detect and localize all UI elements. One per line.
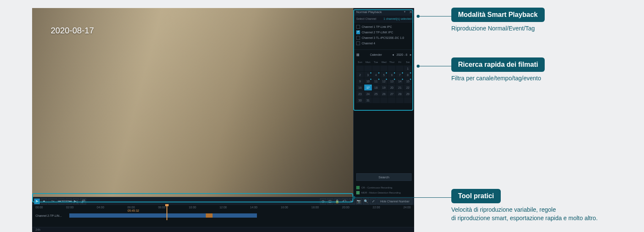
callout-title: Modalità Smart Playback [451, 8, 545, 22]
legend-text: MDR - Motion Detection Recording [361, 191, 401, 194]
calendar-day[interactable]: 10 [364, 78, 372, 84]
calendar-day[interactable]: 31 [364, 97, 372, 103]
calendar-day [396, 97, 404, 103]
time-tick: 20:00 [342, 206, 349, 210]
main-area: 2020-08-17 Normal Playback ▾ ✕ Select Ch… [32, 8, 414, 197]
timeline[interactable]: 00:0002:0004:0006:0008:0010:0012:0014:00… [32, 205, 414, 227]
calendar-title: Calender [370, 53, 382, 56]
checkbox[interactable] [356, 41, 360, 45]
calendar-day[interactable]: 19 [380, 85, 388, 90]
calendar-day[interactable]: 27 [388, 91, 396, 97]
channel-item[interactable]: Channel 3 TL-IPC5220E-DC 1.0 [356, 35, 412, 41]
checkbox[interactable] [356, 36, 360, 40]
close-icon[interactable]: ✕ [409, 10, 412, 14]
calendar-day[interactable]: 23 [356, 91, 364, 97]
channel-item[interactable]: Channel 1 TP-Link IPC [356, 24, 412, 30]
calendar-weekday: Wed [380, 59, 388, 65]
callout-desc: Riproduzione Normal/Event/Tag [451, 25, 612, 33]
calendar-day[interactable]: 17 [364, 85, 372, 90]
time-tick: 08:00 [158, 206, 166, 210]
legend-text: CR - Continuous Recording [361, 186, 392, 189]
playhead[interactable] [166, 206, 167, 220]
channel-label: Channel 4 [362, 42, 375, 45]
channels-selected-count: 1 channel(s) selected [383, 17, 412, 20]
calendar-day[interactable]: 9 [356, 78, 364, 84]
calendar-day[interactable]: 12 [380, 78, 388, 84]
calendar-day[interactable]: 16 [356, 85, 364, 90]
channel-item[interactable]: Channel 4 [356, 41, 412, 46]
calendar-day[interactable]: 26 [380, 91, 388, 97]
checkbox[interactable] [356, 30, 360, 34]
calendar-day[interactable]: 30 [356, 97, 364, 103]
select-channel-header[interactable]: Select Channel 1 channel(s) selected [354, 16, 414, 22]
play-button[interactable]: ▶ [34, 198, 40, 205]
next-month-button[interactable]: ▸ [410, 53, 412, 57]
playback-mode-dropdown[interactable]: Normal Playback ▾ ✕ [354, 8, 414, 16]
rewind-30-button[interactable]: ⏮30 [58, 198, 65, 205]
timeline-range-label[interactable]: 24h [35, 228, 41, 231]
calendar-header: ▦ Calender ◂ 2020 - 8 ▸ [356, 52, 412, 57]
calendar-day[interactable]: 2 [356, 72, 364, 78]
time-ruler: 00:0002:0004:0006:0008:0010:0012:0014:00… [35, 206, 411, 210]
calendar: ▦ Calender ◂ 2020 - 8 ▸ SunMonTueWedThur… [354, 49, 414, 105]
calendar-day[interactable]: 22 [404, 85, 412, 90]
callout-title: Ricerca rapida dei filmati [451, 57, 545, 72]
stop-button[interactable]: ■ [41, 198, 47, 205]
bottom-bar: 24h [32, 227, 414, 232]
calendar-day[interactable]: 29 [404, 91, 412, 97]
calendar-day[interactable]: 14 [396, 78, 404, 84]
calendar-day[interactable]: 4 [372, 72, 380, 78]
legend: CR - Continuous Recording MDR - Motion D… [354, 183, 414, 197]
time-tick: 16:00 [281, 206, 288, 210]
calendar-day[interactable]: 6 [388, 72, 396, 78]
calendar-day[interactable]: 13 [388, 78, 396, 84]
calendar-day[interactable]: 18 [372, 85, 380, 90]
channel-list: Channel 1 TP-Link IPC Channel 2 TP-LINK … [354, 22, 414, 49]
nvr-playback-window: 2020-08-17 Normal Playback ▾ ✕ Select Ch… [32, 8, 414, 232]
calendar-day[interactable]: 20 [388, 85, 396, 90]
calendar-weekday: Mon [364, 59, 372, 65]
calendar-day[interactable]: 25 [372, 91, 380, 97]
channel-label: Channel 2 TP-LINK IPC [362, 31, 393, 34]
calendar-day[interactable]: 28 [396, 91, 404, 97]
prev-month-button[interactable]: ◂ [392, 53, 394, 57]
time-tick: 00:00 [35, 206, 43, 210]
lock-icon[interactable]: 🔒 [334, 198, 341, 205]
calendar-day[interactable]: 5 [380, 72, 388, 78]
video-date-overlay: 2020-08-17 [51, 26, 94, 35]
track-label: Channel 2-TP-LIN... [35, 214, 69, 217]
calendar-grid: SunMonTueWedThurFriSat123456789101112131… [356, 59, 412, 103]
calendar-day[interactable]: 8 [404, 72, 412, 78]
calendar-day[interactable]: 3 [364, 72, 372, 78]
search-button[interactable]: Search [356, 173, 412, 181]
select-channel-label: Select Channel [356, 17, 376, 20]
zoom-icon[interactable]: 🔍 [363, 198, 369, 205]
bookmark-icon[interactable]: ◫ [327, 198, 333, 205]
calendar-day[interactable]: 24 [364, 91, 372, 97]
volume-button[interactable]: 🔊 [80, 198, 86, 205]
time-tick: 18:00 [311, 206, 319, 210]
calendar-day[interactable]: 21 [396, 85, 404, 90]
calendar-day [388, 66, 396, 71]
calendar-day [356, 66, 364, 71]
forward-30-button[interactable]: 30⏭ [65, 198, 72, 205]
channel-item[interactable]: Channel 2 TP-LINK IPC [356, 30, 412, 35]
step-forward-button[interactable]: ▶| [73, 198, 79, 205]
calendar-day[interactable]: 15 [404, 78, 412, 84]
fullscreen-icon[interactable]: ⤢ [370, 198, 377, 205]
hide-channel-button[interactable]: Hide Channel Number [377, 198, 412, 205]
calendar-day [404, 97, 412, 103]
calendar-day[interactable]: 1 [404, 66, 412, 71]
video-view[interactable]: 2020-08-17 [32, 8, 353, 197]
tag-icon[interactable]: 🏷 [341, 198, 348, 205]
time-tick: 10:00 [189, 206, 196, 210]
time-tick: 24:00 [403, 206, 411, 210]
track-bar[interactable] [69, 213, 411, 218]
speed-indicator[interactable]: 1x [48, 198, 57, 205]
callout-title: Tool pratici [451, 189, 501, 203]
calendar-day[interactable]: 11 [372, 78, 380, 84]
snapshot-icon[interactable]: 📷 [356, 198, 362, 205]
clock-icon[interactable]: ◷ [320, 198, 326, 205]
calendar-day[interactable]: 7 [396, 72, 404, 78]
checkbox[interactable] [356, 25, 360, 29]
